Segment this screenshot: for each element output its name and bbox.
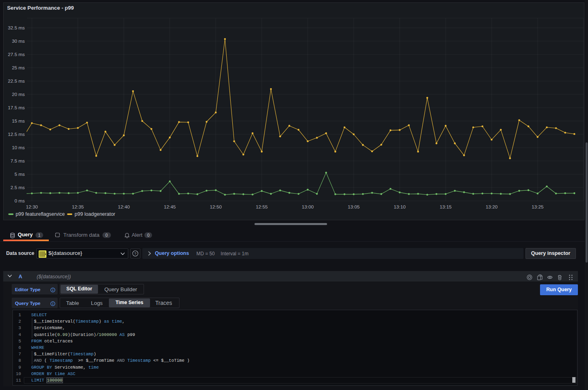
svg-text:0 ms: 0 ms (15, 198, 25, 204)
svg-text:13:25: 13:25 (532, 204, 544, 210)
svg-text:32.5 ms: 32.5 ms (8, 25, 25, 31)
svg-text:13:15: 13:15 (440, 204, 452, 210)
svg-text:15 ms: 15 ms (12, 118, 25, 124)
svg-text:25 ms: 25 ms (12, 65, 25, 71)
svg-text:12:45: 12:45 (164, 204, 176, 210)
svg-text:13:10: 13:10 (394, 204, 406, 210)
svg-text:7.5 ms: 7.5 ms (10, 158, 25, 164)
svg-text:20 ms: 20 ms (12, 92, 25, 97)
svg-text:5 ms: 5 ms (15, 171, 25, 177)
svg-text:12:40: 12:40 (118, 204, 130, 210)
svg-text:12:55: 12:55 (256, 204, 268, 210)
svg-text:10 ms: 10 ms (12, 145, 25, 150)
svg-text:22.5 ms: 22.5 ms (8, 78, 25, 84)
svg-text:12:30: 12:30 (26, 204, 38, 210)
svg-text:12:35: 12:35 (72, 204, 84, 210)
svg-text:17.5 ms: 17.5 ms (8, 105, 25, 111)
svg-text:p99 loadgenerator: p99 loadgenerator (75, 211, 115, 217)
svg-text:13:05: 13:05 (348, 204, 360, 210)
svg-text:13:00: 13:00 (302, 204, 314, 210)
svg-text:27.5 ms: 27.5 ms (8, 52, 25, 57)
svg-text:p99 featureflagservice: p99 featureflagservice (16, 211, 65, 217)
svg-text:12:50: 12:50 (210, 204, 222, 210)
svg-text:12.5 ms: 12.5 ms (8, 131, 25, 137)
svg-text:30 ms: 30 ms (12, 38, 25, 44)
svg-text:13:20: 13:20 (486, 204, 498, 210)
svg-text:2.5 ms: 2.5 ms (10, 185, 25, 190)
svg-text:?: ? (134, 251, 136, 256)
